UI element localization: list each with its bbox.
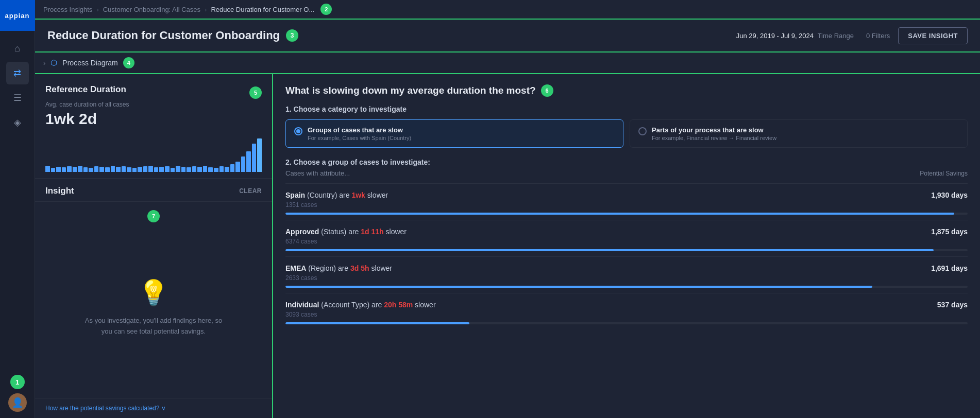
duration-value: 1wk 2d [45, 110, 262, 128]
bar-38 [252, 144, 257, 172]
process-diagram-row: › ⬡ Process Diagram 4 [35, 53, 980, 74]
case-row-title-0: Spain (Country) are 1wk slower [285, 191, 388, 199]
reference-duration-title: Reference Duration [45, 84, 126, 95]
date-range-value: Jun 29, 2019 - Jul 9, 2024 [736, 32, 814, 40]
progress-fill-1 [285, 249, 934, 251]
bar-0 [45, 166, 50, 172]
analytics-icon[interactable]: ⇄ [6, 62, 29, 84]
insight-body: 7 💡 As you investigate, you'll add findi… [35, 202, 272, 398]
step-1-badge: 1 [10, 375, 25, 389]
insight-title: Insight [45, 186, 74, 196]
chevron-down-icon: ∨ [161, 405, 166, 412]
category-option-groups-content: Groups of cases that are slow For exampl… [308, 126, 411, 141]
lightbulb-icon: 💡 [138, 278, 169, 307]
category-option-parts-title: Parts of your process that are slow [652, 126, 776, 134]
filters-text: 0 Filters [866, 32, 890, 40]
case-days-0: 1,930 days [931, 191, 968, 199]
logo-text: appian [5, 12, 30, 20]
case-row-title-2: EMEA (Region) are 3d 5h slower [285, 264, 392, 272]
bar-25 [181, 167, 186, 172]
reference-duration-panel: Reference Duration 5 Avg. case duration … [35, 74, 272, 179]
panels-row: Reference Duration 5 Avg. case duration … [35, 74, 980, 418]
save-insight-button[interactable]: SAVE INSIGHT [898, 27, 968, 44]
right-panel-title-text: What is slowing down my average duration… [285, 85, 536, 96]
case-row-3[interactable]: Individual (Account Type) are 20h 58m sl… [285, 293, 968, 329]
cases-with-attr-label: Cases with attribute... [285, 169, 350, 177]
bar-8 [89, 168, 93, 172]
bar-23 [171, 168, 175, 172]
shield-icon[interactable]: ◈ [6, 111, 29, 134]
case-count-0: 1351 cases [285, 201, 968, 208]
bar-16 [132, 168, 137, 172]
app-logo[interactable]: appian [0, 0, 35, 31]
case-days-2: 1,691 days [931, 264, 968, 272]
bar-10 [99, 167, 104, 172]
process-diagram-badge-4: 4 [123, 57, 134, 68]
insight-header: Insight CLEAR [35, 179, 272, 202]
progress-bar-0 [285, 213, 968, 215]
bar-20 [154, 167, 159, 172]
case-row-title-1: Approved (Status) are 1d 11h slower [285, 228, 407, 236]
potential-savings-link-text: How are the potential savings calculated… [45, 405, 159, 412]
insight-panel: Insight CLEAR 7 💡 As you investigate, yo… [35, 179, 272, 418]
category-option-groups-title: Groups of cases that are slow [308, 126, 411, 134]
home-icon[interactable]: ⌂ [6, 37, 29, 60]
progress-bar-3 [285, 322, 968, 324]
avg-label: Avg. case duration of all cases [45, 101, 262, 108]
category-option-groups-subtitle: For example, Cases with Spain (Country) [308, 135, 411, 141]
layers-icon[interactable]: ☰ [6, 86, 29, 109]
case-row-2[interactable]: EMEA (Region) are 3d 5h slower 1,691 day… [285, 256, 968, 293]
case-count-2: 2633 cases [285, 274, 968, 282]
page-title: Reduce Duration for Customer Onboarding [47, 29, 280, 42]
case-row-0[interactable]: Spain (Country) are 1wk slower 1,930 day… [285, 183, 968, 220]
step-7-badge: 7 [147, 210, 160, 222]
bar-24 [176, 166, 180, 172]
potential-savings-link[interactable]: How are the potential savings calculated… [45, 405, 262, 412]
right-panel-title: What is slowing down my average duration… [285, 84, 968, 97]
progress-fill-0 [285, 213, 954, 215]
bar-13 [116, 167, 121, 172]
main-content: Process Insights › Customer Onboarding: … [35, 0, 980, 418]
category-option-groups[interactable]: Groups of cases that are slow For exampl… [285, 119, 623, 148]
insight-body-text: As you investigate, you'll add findings … [81, 316, 226, 337]
case-count-1: 6374 cases [285, 238, 968, 245]
step-6-badge: 6 [541, 84, 553, 97]
bar-36 [241, 156, 246, 172]
progress-bar-2 [285, 286, 968, 288]
case-days-3: 537 days [937, 301, 968, 309]
bar-30 [208, 167, 213, 172]
section1-label: 1. Choose a category to investigate [285, 105, 968, 113]
bar-17 [138, 167, 142, 172]
breadcrumb-link-process-insights[interactable]: Process Insights [43, 6, 92, 13]
bar-33 [225, 167, 229, 172]
bar-5 [73, 167, 77, 172]
breadcrumb-current: Reduce Duration for Customer O... [211, 6, 314, 13]
radio-groups-icon [294, 127, 302, 135]
bar-21 [159, 167, 164, 172]
case-count-3: 3093 cases [285, 311, 968, 318]
bar-chart [45, 136, 262, 172]
bar-15 [127, 167, 131, 172]
bar-31 [214, 168, 218, 172]
bar-4 [67, 166, 72, 172]
breadcrumb-link-customer-onboarding[interactable]: Customer Onboarding: All Cases [103, 6, 200, 13]
category-option-parts[interactable]: Parts of your process that are slow For … [630, 119, 968, 148]
progress-bar-1 [285, 249, 968, 251]
avatar[interactable]: 👤 [8, 393, 27, 412]
category-option-parts-subtitle: For example, Financial review → Financia… [652, 135, 776, 141]
section2-label: 2. Choose a group of cases to investigat… [285, 158, 968, 166]
sidebar-nav: ⌂ ⇄ ☰ ◈ [6, 31, 29, 375]
bar-12 [111, 166, 115, 172]
case-row-1[interactable]: Approved (Status) are 1d 11h slower 1,87… [285, 220, 968, 256]
category-options: Groups of cases that are slow For exampl… [285, 119, 968, 148]
case-rows-container: Spain (Country) are 1wk slower 1,930 day… [285, 183, 968, 329]
chevron-right-icon[interactable]: › [43, 59, 45, 67]
bar-19 [148, 166, 153, 172]
clear-button[interactable]: CLEAR [239, 187, 262, 195]
progress-fill-2 [285, 286, 872, 288]
bar-34 [230, 164, 235, 172]
breadcrumb-badge-2: 2 [320, 4, 332, 15]
bar-32 [219, 166, 224, 172]
radio-parts-icon [638, 127, 647, 135]
process-diagram-label: Process Diagram [62, 59, 117, 67]
